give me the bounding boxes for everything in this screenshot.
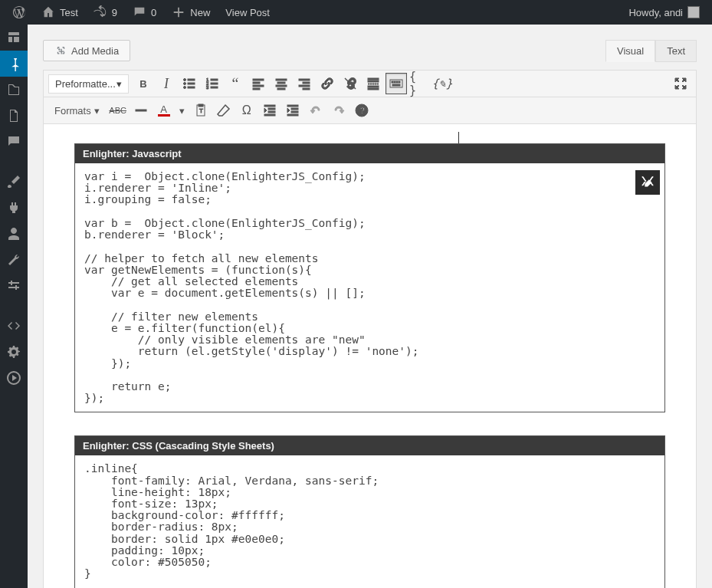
svg-rect-33 (394, 81, 395, 83)
add-media-button[interactable]: Add Media (43, 40, 130, 61)
paste-text-button[interactable]: T (190, 100, 212, 121)
blockquote-button[interactable]: “ (225, 73, 246, 94)
clear-format-button[interactable] (213, 100, 235, 121)
svg-rect-48 (287, 114, 298, 116)
enlighter-edit-button[interactable]: {✎} (431, 73, 453, 94)
code-block-body: .inline{ font-family: Arial, Verdana, sa… (75, 455, 664, 587)
code-block-header: Enlighter: CSS (Cascading Style Sheets) (75, 436, 664, 455)
formats-menu[interactable]: Formats ▾ (48, 102, 106, 120)
code-edit-button[interactable] (635, 170, 660, 195)
special-char-button[interactable]: Ω (236, 100, 258, 121)
insert-more-button[interactable] (363, 73, 384, 94)
svg-point-4 (184, 83, 186, 85)
admin-bar-left: Test 9 0 New View Post (6, 0, 276, 25)
wp-logo-menu[interactable] (6, 0, 32, 25)
sidebar-item-comments[interactable] (0, 129, 28, 155)
svg-rect-17 (253, 88, 260, 90)
hr-icon (133, 103, 149, 118)
undo-button[interactable] (305, 100, 326, 121)
italic-button[interactable]: I (156, 73, 177, 94)
hr-button[interactable] (130, 100, 152, 121)
bold-button[interactable]: B (133, 73, 154, 94)
svg-rect-27 (368, 80, 379, 82)
enlighter-code-button[interactable]: { } (408, 73, 430, 94)
sidebar-item-plugins[interactable] (0, 195, 28, 221)
svg-rect-7 (188, 87, 195, 88)
comments-menu[interactable]: 0 (126, 0, 162, 25)
strikethrough-button[interactable]: ABC (107, 100, 129, 121)
unlink-button[interactable] (340, 73, 361, 94)
sidebar-item-settings[interactable] (0, 273, 28, 299)
help-button[interactable]: ? (351, 100, 372, 121)
my-account-menu[interactable]: Howdy, andi (622, 0, 706, 25)
text-color-button[interactable]: A (153, 100, 175, 121)
sidebar-item-generic-settings[interactable] (0, 339, 28, 365)
link-icon (320, 76, 335, 91)
editor-content-area[interactable]: Enlighter: Javascript var i = Object.clo… (44, 124, 696, 588)
format-select[interactable]: Preformatte... ▾ (48, 74, 129, 94)
play-icon (6, 370, 21, 386)
svg-rect-32 (392, 81, 393, 83)
numbered-list-button[interactable]: 123 (202, 73, 223, 94)
indent-button[interactable] (282, 100, 304, 121)
sidebar-item-code[interactable] (0, 313, 28, 339)
tab-visual[interactable]: Visual (605, 40, 655, 62)
sidebar-item-media[interactable] (0, 77, 28, 103)
new-label: New (190, 7, 210, 18)
editor-tabs: Visual Text (605, 40, 697, 62)
svg-rect-14 (253, 79, 264, 80)
greeting-label: Howdy, andi (628, 7, 683, 18)
redo-button[interactable] (328, 100, 349, 121)
site-name-menu[interactable]: Test (35, 0, 84, 25)
plus-icon (172, 5, 185, 19)
align-center-button[interactable] (271, 73, 292, 94)
editor-top-row: Add Media Visual Text (43, 40, 697, 62)
updates-menu[interactable]: 9 (87, 0, 123, 25)
svg-rect-3 (188, 79, 195, 80)
dashboard-icon (6, 30, 21, 45)
svg-rect-30 (368, 88, 379, 90)
help-icon: ? (354, 103, 369, 118)
undo-icon (308, 103, 323, 118)
view-post-link[interactable]: View Post (219, 0, 276, 25)
code-icon (6, 318, 21, 333)
fullscreen-icon (673, 76, 688, 91)
text-color-menu[interactable]: ▾ (176, 100, 189, 121)
svg-rect-35 (399, 81, 400, 83)
tab-text[interactable]: Text (655, 40, 697, 62)
align-right-button[interactable] (294, 73, 315, 94)
new-content-menu[interactable]: New (166, 0, 216, 25)
svg-rect-5 (188, 83, 195, 84)
toolbar-toggle-button[interactable] (386, 73, 407, 94)
code-block-css[interactable]: Enlighter: CSS (Cascading Style Sheets) … (74, 435, 665, 588)
update-icon (94, 5, 107, 19)
media-icon (54, 44, 67, 57)
read-more-icon (366, 76, 381, 91)
svg-rect-19 (277, 82, 285, 84)
align-left-button[interactable] (248, 73, 269, 94)
keyboard-icon (389, 76, 404, 91)
clipboard-icon: T (193, 103, 208, 118)
outdent-icon (262, 103, 277, 118)
sidebar-item-tools[interactable] (0, 247, 28, 273)
svg-rect-9 (211, 79, 218, 80)
sidebar-item-users[interactable] (0, 221, 28, 247)
sidebar-item-dashboard[interactable] (0, 25, 28, 51)
svg-rect-13 (211, 87, 218, 88)
svg-rect-16 (253, 85, 264, 87)
code-block-javascript[interactable]: Enlighter: Javascript var i = Object.clo… (74, 143, 665, 412)
svg-rect-45 (287, 105, 298, 107)
admin-bar-right: Howdy, andi (622, 0, 706, 25)
bullet-list-button[interactable] (179, 73, 200, 94)
sidebar-item-play[interactable] (0, 365, 28, 391)
outdent-button[interactable] (259, 100, 281, 121)
link-button[interactable] (317, 73, 338, 94)
svg-rect-42 (268, 108, 275, 110)
sidebar-item-pages[interactable] (0, 103, 28, 129)
sidebar-item-posts[interactable] (0, 51, 28, 77)
wrench-icon (6, 252, 21, 268)
numbered-list-icon: 123 (205, 76, 220, 91)
fullscreen-button[interactable] (670, 73, 691, 94)
gear-icon (6, 344, 21, 360)
sidebar-item-appearance[interactable] (0, 169, 28, 195)
